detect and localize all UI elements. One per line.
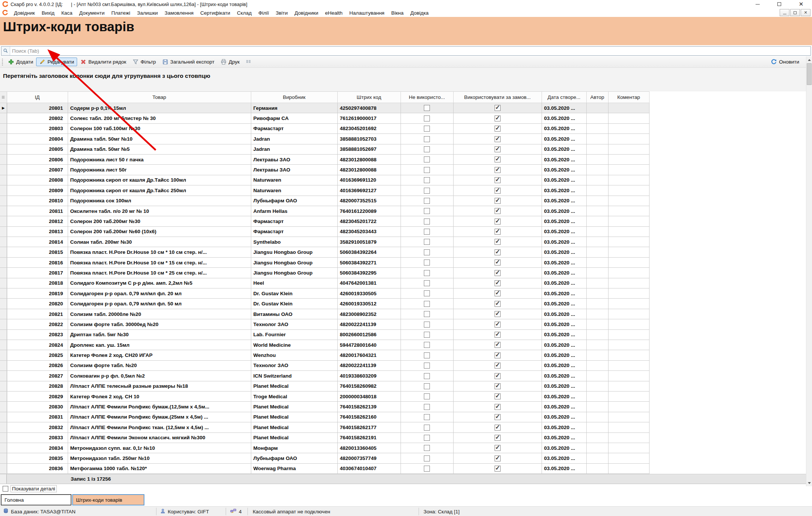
scroll-down-icon[interactable] [806, 480, 812, 486]
use-by-order-checkbox[interactable] [495, 239, 501, 245]
use-by-order-checkbox[interactable] [495, 126, 501, 132]
not-used-checkbox[interactable] [424, 177, 430, 183]
use-by-order-checkbox[interactable] [495, 249, 501, 255]
use-by-order-checkbox[interactable] [495, 322, 501, 328]
not-used-checkbox[interactable] [424, 445, 430, 451]
table-row[interactable]: 20831Л/пласт АЛПЕ Фемили Ролфикс бумаж.(… [0, 412, 806, 422]
table-row[interactable]: 20809Подорожника сироп от кашля Др.Тайсс… [0, 185, 806, 196]
tab-main[interactable]: Головна [1, 494, 71, 505]
table-row[interactable]: 20819Солидагорен р-р орал. 0,79 мл/мл фл… [0, 288, 806, 299]
menu-item-2[interactable]: Вихід [38, 10, 58, 16]
use-by-order-checkbox[interactable] [495, 208, 501, 214]
table-row[interactable]: 20821Солизим табл. 20000ле №20Витамины О… [0, 309, 806, 319]
column-header-5[interactable]: Не використо... [401, 92, 453, 103]
use-by-order-checkbox[interactable] [495, 363, 501, 369]
not-used-checkbox[interactable] [424, 311, 430, 317]
table-row[interactable]: 20804Драмина табл. 50мг №10Jadran3858881… [0, 134, 806, 144]
menu-item-15[interactable]: Вікна [388, 10, 407, 16]
use-by-order-checkbox[interactable] [495, 229, 501, 235]
use-by-order-checkbox[interactable] [495, 393, 501, 399]
not-used-checkbox[interactable] [424, 455, 430, 461]
not-used-checkbox[interactable] [424, 404, 430, 410]
not-used-checkbox[interactable] [424, 115, 430, 121]
restore-button[interactable] [768, 0, 790, 8]
column-header-2[interactable]: Товар [68, 92, 251, 103]
not-used-checkbox[interactable] [424, 435, 430, 441]
table-row[interactable]: 20811Оксилитен табл. п/о 20 мг № 10Anfar… [0, 206, 806, 216]
use-by-order-checkbox[interactable] [495, 445, 501, 451]
table-row[interactable]: 20830Л/пласт АЛПЕ Фемили Ролфикс бумаж.(… [0, 402, 806, 412]
search-input[interactable]: Поиск (Tab) [1, 46, 811, 56]
menu-item-6[interactable]: Залишки [134, 10, 161, 16]
table-row[interactable]: 20803Солерон 100 таб.100мг №30Фармастарт… [0, 123, 806, 134]
use-by-order-checkbox[interactable] [495, 177, 501, 183]
menu-item-4[interactable]: Документи [76, 10, 108, 16]
export-button[interactable]: Загальний експорт [159, 58, 218, 66]
table-row[interactable]: 20836Метфогамма 1000 табл. №120*Woerwag … [0, 463, 806, 474]
table-row[interactable]: 20820Солидагорен р-р орал. 0,79 мл/мл фл… [0, 299, 806, 309]
table-row[interactable]: 20829Катетер Фолея 2 ход. СН 10Troge Med… [0, 391, 806, 401]
column-header-4[interactable]: Штрих код [337, 92, 401, 103]
table-row[interactable]: 20818Солидаго Композитум С р-р д/ин. амп… [0, 278, 806, 288]
table-row[interactable]: 20815Повязка пласт. H.Pore Dr.House 10 с… [0, 247, 806, 257]
table-row[interactable]: 20805Драмина табл. 50мг №5Jadran38588810… [0, 144, 806, 154]
print-button[interactable]: Друк [217, 58, 243, 66]
menu-item-16[interactable]: Довідка [407, 10, 432, 16]
use-by-order-checkbox[interactable] [495, 280, 501, 286]
table-row[interactable]: 20833Л/пласт АЛПЕ Фемили Эконом классич.… [0, 433, 806, 443]
not-used-checkbox[interactable] [424, 156, 430, 162]
menu-item-14[interactable]: Налаштування [346, 10, 388, 16]
menu-item-9[interactable]: Склад [234, 10, 255, 16]
use-by-order-checkbox[interactable] [495, 414, 501, 420]
use-by-order-checkbox[interactable] [495, 156, 501, 162]
table-row[interactable]: 20835Метронидазол табл. 250мг №10Лубныфа… [0, 453, 806, 463]
filter-button[interactable]: Фільтр [129, 58, 159, 66]
not-used-checkbox[interactable] [424, 260, 430, 266]
use-by-order-checkbox[interactable] [495, 466, 501, 472]
vertical-scrollbar[interactable] [806, 56, 812, 486]
delete-row-button[interactable]: Видалити рядок [77, 58, 129, 66]
menu-item-8[interactable]: Сертифікати [197, 10, 234, 16]
use-by-order-checkbox[interactable] [495, 301, 501, 307]
table-row[interactable]: 20834Метронидазол супп. ваг. 0,1г №10Мон… [0, 443, 806, 453]
use-by-order-checkbox[interactable] [495, 115, 501, 121]
use-by-order-checkbox[interactable] [495, 105, 501, 111]
table-row[interactable]: 20816Повязка пласт. H.Pore Dr.House 10 с… [0, 257, 806, 267]
use-by-order-checkbox[interactable] [495, 188, 501, 194]
mdi-minimize-button[interactable] [780, 9, 789, 16]
menu-item-11[interactable]: Звіти [272, 10, 291, 16]
not-used-checkbox[interactable] [424, 301, 430, 307]
menu-item-12[interactable]: Довідники [291, 10, 322, 16]
table-row[interactable]: ▶20801Содерм р-р 0,1% 15млГермания425029… [0, 103, 806, 113]
menu-item-7[interactable]: Замовлення [161, 10, 197, 16]
table-row[interactable]: 20814Солиан табл. 200мг №30Synthelabo358… [0, 237, 806, 247]
not-used-checkbox[interactable] [424, 414, 430, 420]
menu-item-10[interactable]: Філії [255, 10, 272, 16]
column-header-3[interactable]: Виробник [251, 92, 337, 103]
use-by-order-checkbox[interactable] [495, 260, 501, 266]
use-by-order-checkbox[interactable] [495, 270, 501, 276]
table-row[interactable]: 20824Дроплекс кап. уш. 15млWorld Medicin… [0, 340, 806, 350]
table-row[interactable]: 20827Солковагин р-р фл. 0,5мл №2ICN Swit… [0, 371, 806, 381]
add-button[interactable]: Додати [5, 58, 36, 66]
use-by-order-checkbox[interactable] [495, 425, 501, 431]
not-used-checkbox[interactable] [424, 219, 430, 225]
not-used-checkbox[interactable] [424, 332, 430, 338]
use-by-order-checkbox[interactable] [495, 219, 501, 225]
not-used-checkbox[interactable] [424, 393, 430, 399]
not-used-checkbox[interactable] [424, 383, 430, 389]
not-used-checkbox[interactable] [424, 363, 430, 369]
use-by-order-checkbox[interactable] [495, 198, 501, 204]
table-row[interactable]: 20802Солекс табл. 200 мг блистер № 30Рив… [0, 113, 806, 123]
table-row[interactable]: 20810Подорожника сок 100млЛубныфарм ОАО4… [0, 196, 806, 206]
not-used-checkbox[interactable] [424, 290, 430, 296]
refresh-button[interactable]: Оновити [768, 58, 802, 66]
scroll-up-icon[interactable] [806, 57, 812, 63]
not-used-checkbox[interactable] [424, 425, 430, 431]
not-used-checkbox[interactable] [424, 352, 430, 358]
use-by-order-checkbox[interactable] [495, 332, 501, 338]
table-row[interactable]: 20832Л/пласт АЛПЕ Фемили Ролфикс ткан. (… [0, 422, 806, 433]
not-used-checkbox[interactable] [424, 249, 430, 255]
close-button[interactable]: ✕ [790, 0, 812, 8]
table-row[interactable]: 20812Солерон 200 таб.200мг №30Фармастарт… [0, 216, 806, 226]
